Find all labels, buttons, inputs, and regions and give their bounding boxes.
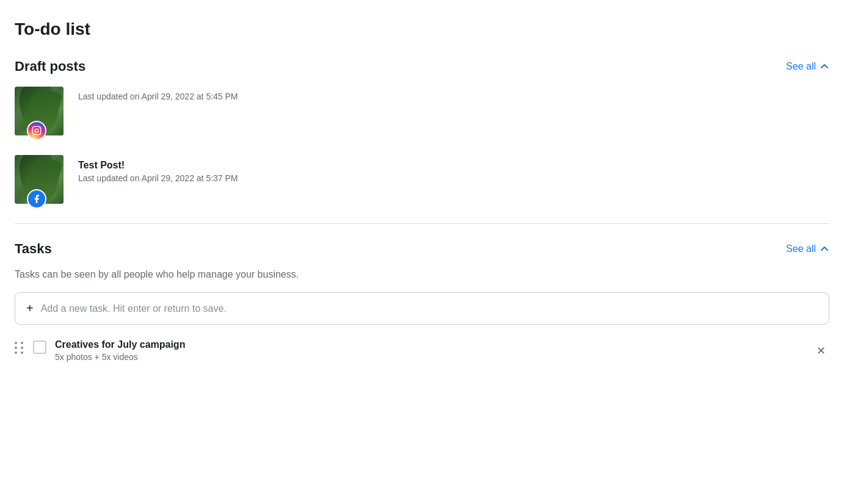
drag-dot [15,342,17,344]
draft-thumb-wrapper [15,87,68,140]
drag-dot [15,351,17,354]
instagram-badge [27,121,46,140]
draft-posts-header: Draft posts See all [15,59,829,74]
draft-last-updated: Last updated on April 29, 2022 at 5:37 P… [78,173,238,183]
tasks-section: Tasks See all Tasks can be seen by all p… [15,241,829,362]
drag-dot [15,347,17,349]
task-checkbox[interactable] [33,340,46,354]
tasks-description: Tasks can be seen by all people who help… [15,269,829,280]
chevron-up-icon [820,244,829,254]
svg-point-2 [38,128,40,129]
task-item: Creatives for July campaign 5x photos + … [15,339,829,362]
drag-dot [21,347,23,349]
page-title: To-do list [15,20,829,39]
task-title: Creatives for July campaign [55,339,804,350]
draft-last-updated: Last updated on April 29, 2022 at 5:45 P… [78,92,238,101]
add-task-placeholder: Add a new task. Hit enter or return to s… [41,303,227,314]
task-content: Creatives for July campaign 5x photos + … [55,339,804,362]
tasks-see-all-button[interactable]: See all [786,243,829,254]
chevron-up-icon [820,62,829,71]
task-subtitle: 5x photos + 5x videos [55,352,804,362]
svg-point-1 [35,129,38,132]
facebook-badge [27,189,46,209]
drag-dot [21,342,23,344]
add-task-plus-icon: + [26,301,34,315]
draft-post-info: Last updated on April 29, 2022 at 5:45 P… [78,87,238,101]
draft-post-info: Test Post! Last updated on April 29, 202… [78,155,238,183]
draft-posts-see-all-button[interactable]: See all [786,61,829,72]
svg-rect-0 [32,126,40,134]
add-task-container[interactable]: + Add a new task. Hit enter or return to… [15,292,829,325]
task-delete-button[interactable]: ✕ [813,344,829,358]
tasks-header: Tasks See all [15,241,829,257]
section-divider [15,223,829,224]
tasks-title: Tasks [15,241,52,257]
draft-post-title: Test Post! [78,160,238,171]
task-drag-handle[interactable] [15,339,24,354]
draft-post-item[interactable]: Last updated on April 29, 2022 at 5:45 P… [15,87,829,140]
draft-posts-section: Draft posts See all La [15,59,829,209]
drag-dot [21,351,23,354]
draft-post-item[interactable]: Test Post! Last updated on April 29, 202… [15,155,829,209]
draft-posts-title: Draft posts [15,59,85,74]
draft-thumb-wrapper [15,155,68,209]
